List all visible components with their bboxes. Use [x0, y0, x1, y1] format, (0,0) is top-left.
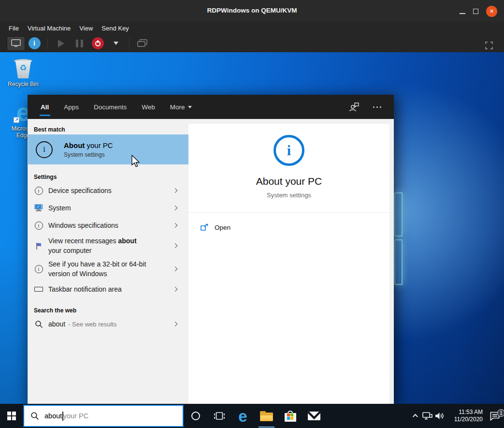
settings-item-label: Windows specifications [48, 221, 118, 230]
search-web-section-header: Search the web [28, 306, 188, 315]
tab-apps[interactable]: Apps [64, 95, 79, 119]
cursor-arrow-icon [131, 155, 141, 168]
taskbar-clock[interactable]: 11:53 AM 11/20/2020 [449, 409, 483, 423]
settings-item-device-specifications[interactable]: Device specifications [28, 182, 188, 199]
menubar: File Virtual Machine View Send Key [0, 22, 504, 34]
best-match-subtitle: System settings [64, 151, 113, 158]
shutdown-button[interactable] [88, 36, 107, 51]
taskbar-area-icon [34, 287, 43, 292]
network-icon [422, 412, 432, 420]
separator [47, 38, 48, 49]
tab-more[interactable]: More [170, 95, 192, 119]
ellipsis-icon[interactable] [373, 106, 381, 108]
search-icon [35, 320, 43, 328]
settings-section-header: Settings [28, 172, 188, 182]
fullscreen-button[interactable] [482, 38, 496, 53]
volume-button[interactable] [433, 412, 446, 420]
settings-item-view-recent-messages[interactable]: View recent messages aboutyour computer [28, 234, 188, 257]
wallpaper-logo-pane [394, 239, 403, 285]
chevron-right-icon [173, 206, 178, 210]
action-center-button[interactable]: 1 [487, 411, 503, 421]
settings-item-system[interactable]: System [28, 199, 188, 217]
web-result-hint: - See web results [68, 321, 116, 328]
tab-documents[interactable]: Documents [94, 95, 127, 119]
run-button[interactable] [52, 36, 70, 51]
notification-badge: 1 [497, 409, 504, 417]
windows-start-icon [7, 412, 16, 420]
tray-overflow-button[interactable] [408, 414, 421, 418]
chevron-right-icon [173, 223, 178, 228]
info-icon [29, 37, 41, 49]
tab-web[interactable]: Web [142, 95, 155, 119]
menu-view[interactable]: View [79, 25, 93, 32]
start-button[interactable] [0, 404, 23, 428]
chevron-right-icon [173, 287, 178, 292]
power-icon [92, 37, 104, 49]
settings-item-windows-specifications[interactable]: Windows specifications [28, 217, 188, 234]
display-icon [11, 39, 21, 47]
desktop-icon-label: Recycle Bin [8, 81, 38, 88]
flag-icon [35, 242, 43, 250]
desktop-wallpaper: Recycle Bin Microsoft Edge All Apps Docu… [0, 52, 504, 404]
info-button[interactable] [25, 36, 43, 51]
best-match-item-about-your-pc[interactable]: About your PC System settings [28, 134, 188, 164]
open-action[interactable]: Open [188, 213, 389, 231]
settings-item-label: See if you have a 32-bit or 64-bitversio… [48, 259, 146, 279]
file-explorer-icon [260, 411, 273, 421]
taskbar: about your PC [0, 404, 504, 428]
toolbar [0, 34, 504, 52]
separator [129, 38, 130, 49]
titlebar[interactable]: RDPWindows on QEMU/KVM [0, 0, 504, 22]
search-icon [30, 412, 39, 420]
task-view-button[interactable] [207, 404, 231, 428]
info-icon [35, 221, 43, 230]
info-icon [35, 187, 43, 195]
chevron-right-icon [173, 266, 178, 271]
cortana-icon [191, 412, 200, 420]
store-button[interactable] [278, 404, 302, 428]
dual-display-icon [137, 39, 148, 48]
shutdown-menu-button[interactable] [107, 36, 125, 51]
close-icon[interactable] [486, 6, 497, 17]
menu-virtual-machine[interactable]: Virtual Machine [28, 25, 71, 32]
clock-date: 11/20/2020 [449, 416, 483, 423]
tab-all[interactable]: All [41, 95, 49, 119]
settings-item-label: Device specifications [48, 186, 112, 195]
menu-send-key[interactable]: Send Key [101, 25, 129, 32]
settings-item-32-or-64-bit[interactable]: See if you have a 32-bit or 64-bitversio… [28, 257, 188, 280]
mail-icon [308, 412, 320, 420]
tab-more-label: More [170, 103, 185, 111]
cortana-button[interactable] [184, 404, 207, 428]
network-button[interactable] [421, 412, 433, 420]
user-account-icon[interactable] [349, 102, 360, 112]
fullscreen-icon [485, 42, 493, 49]
minimize-icon[interactable] [460, 13, 465, 14]
recycle-bin-icon [14, 58, 32, 79]
search-suggestion-text: your PC [63, 412, 88, 420]
mail-button[interactable] [302, 404, 326, 428]
settings-item-taskbar-notification-area[interactable]: Taskbar notification area [28, 280, 188, 298]
settings-item-label: Taskbar notification area [48, 284, 122, 294]
edge-icon [238, 408, 247, 424]
task-view-icon [214, 412, 225, 421]
pause-button[interactable] [70, 36, 88, 51]
taskbar-search-input[interactable]: about your PC [23, 405, 184, 427]
web-result-about[interactable]: about - See web results [28, 315, 188, 333]
best-match-header: Best match [28, 125, 188, 134]
preview-title: About your PC [256, 176, 322, 187]
desktop-icon-recycle-bin[interactable]: Recycle Bin [4, 58, 43, 88]
virtual-displays-button[interactable] [133, 36, 152, 51]
file-explorer-button[interactable] [255, 404, 278, 428]
maximize-icon[interactable] [473, 9, 478, 14]
settings-item-label: View recent messages aboutyour computer [48, 236, 137, 255]
clock-time: 11:53 AM [449, 409, 483, 416]
chevron-up-icon [413, 414, 418, 419]
shortcut-arrow-icon [14, 117, 19, 123]
menu-file[interactable]: File [9, 25, 19, 32]
settings-item-label: System [48, 203, 71, 213]
search-flyout: All Apps Documents Web More Best match [28, 95, 394, 404]
dropdown-arrow-icon [114, 42, 118, 45]
display-button[interactable] [7, 36, 25, 51]
edge-taskbar-button[interactable] [231, 404, 255, 428]
preview-subtitle: System settings [267, 192, 311, 199]
